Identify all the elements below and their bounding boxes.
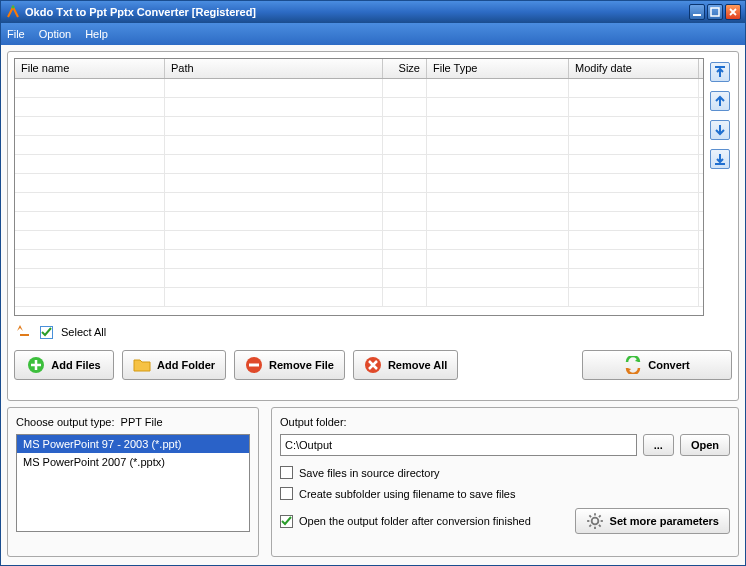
col-modify[interactable]: Modify date (569, 59, 699, 78)
file-list-body[interactable] (15, 79, 703, 315)
table-row (15, 269, 703, 288)
table-row (15, 155, 703, 174)
folder-icon (133, 356, 151, 374)
output-type-panel: Choose output type: PPT File MS PowerPoi… (7, 407, 259, 557)
add-files-button[interactable]: Add Files (14, 350, 114, 380)
gear-icon (586, 512, 604, 530)
maximize-button[interactable] (707, 4, 723, 20)
create-subfolder-checkbox[interactable]: Create subfolder using filename to save … (280, 487, 730, 500)
checkbox-icon (280, 515, 293, 528)
table-row (15, 136, 703, 155)
menu-option[interactable]: Option (39, 28, 71, 40)
file-panel: File name Path Size File Type Modify dat… (7, 51, 739, 401)
output-type-option[interactable]: MS PowerPoint 2007 (*.pptx) (17, 453, 249, 471)
svg-rect-7 (249, 364, 259, 367)
window-title: Okdo Txt to Ppt Pptx Converter [Register… (25, 6, 256, 18)
set-more-parameters-button[interactable]: Set more parameters (575, 508, 730, 534)
file-list-header: File name Path Size File Type Modify dat… (15, 59, 703, 79)
move-down-button[interactable] (710, 120, 730, 140)
convert-icon (624, 356, 642, 374)
app-icon (5, 4, 21, 20)
select-all-label: Select All (61, 326, 106, 338)
move-bottom-button[interactable] (710, 149, 730, 169)
svg-point-9 (591, 518, 598, 525)
col-filename[interactable]: File name (15, 59, 165, 78)
x-icon (364, 356, 382, 374)
remove-file-button[interactable]: Remove File (234, 350, 345, 380)
output-type-label: Choose output type: PPT File (16, 416, 250, 428)
plus-icon (27, 356, 45, 374)
svg-rect-1 (693, 14, 701, 16)
minus-icon (245, 356, 263, 374)
add-folder-button[interactable]: Add Folder (122, 350, 226, 380)
table-row (15, 117, 703, 136)
remove-all-button[interactable]: Remove All (353, 350, 459, 380)
client-area: File name Path Size File Type Modify dat… (1, 45, 745, 565)
table-row (15, 174, 703, 193)
table-row (15, 193, 703, 212)
svg-line-17 (598, 515, 600, 517)
svg-rect-2 (711, 8, 719, 16)
checkbox-icon (280, 466, 293, 479)
open-after-checkbox[interactable]: Open the output folder after conversion … (280, 515, 575, 528)
table-row (15, 250, 703, 269)
output-type-list[interactable]: MS PowerPoint 97 - 2003 (*.ppt) MS Power… (16, 434, 250, 532)
checkbox-icon (280, 487, 293, 500)
move-top-button[interactable] (710, 62, 730, 82)
folder-up-icon[interactable] (16, 322, 32, 342)
svg-line-14 (589, 515, 591, 517)
convert-button[interactable]: Convert (582, 350, 732, 380)
open-folder-button[interactable]: Open (680, 434, 730, 456)
svg-line-16 (589, 525, 591, 527)
menu-help[interactable]: Help (85, 28, 108, 40)
svg-line-15 (598, 525, 600, 527)
col-size[interactable]: Size (383, 59, 427, 78)
browse-button[interactable]: ... (643, 434, 674, 456)
save-source-checkbox[interactable]: Save files in source directory (280, 466, 730, 479)
svg-point-0 (12, 6, 15, 9)
table-row (15, 288, 703, 307)
action-buttons-row: Add Files Add Folder Remove File Remove … (14, 350, 732, 380)
order-buttons (708, 58, 732, 316)
select-all-checkbox[interactable] (40, 326, 53, 339)
table-row (15, 98, 703, 117)
minimize-button[interactable] (689, 4, 705, 20)
table-row (15, 231, 703, 250)
output-type-option[interactable]: MS PowerPoint 97 - 2003 (*.ppt) (17, 435, 249, 453)
output-folder-panel: Output folder: ... Open Save files in so… (271, 407, 739, 557)
close-button[interactable] (725, 4, 741, 20)
table-row (15, 212, 703, 231)
move-up-button[interactable] (710, 91, 730, 111)
lower-panels: Choose output type: PPT File MS PowerPoi… (7, 407, 739, 557)
col-filetype[interactable]: File Type (427, 59, 569, 78)
svg-rect-4 (715, 163, 725, 165)
menu-file[interactable]: File (7, 28, 25, 40)
col-path[interactable]: Path (165, 59, 383, 78)
title-bar: Okdo Txt to Ppt Pptx Converter [Register… (1, 1, 745, 23)
table-row (15, 79, 703, 98)
menu-bar: File Option Help (1, 23, 745, 45)
select-all-row: Select All (16, 322, 732, 342)
output-folder-input[interactable] (280, 434, 637, 456)
output-folder-label: Output folder: (280, 416, 730, 428)
file-list[interactable]: File name Path Size File Type Modify dat… (14, 58, 704, 316)
